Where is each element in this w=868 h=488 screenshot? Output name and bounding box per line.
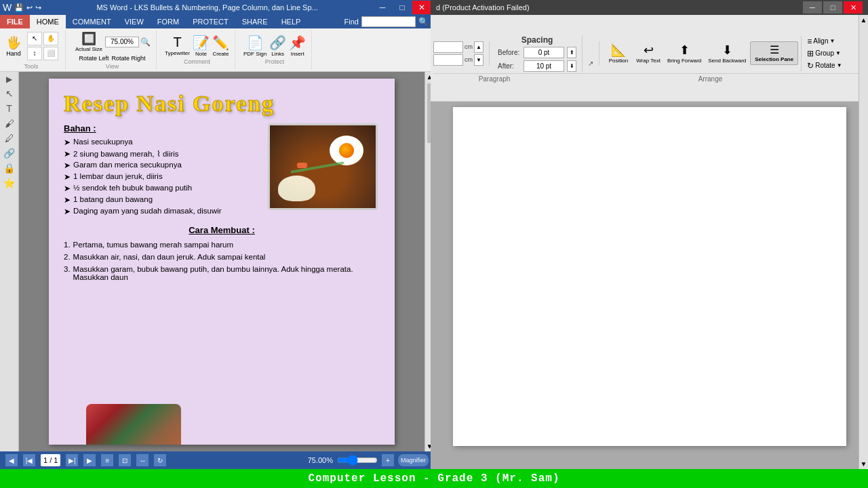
grab-btn[interactable]: ✋ [43,32,58,45]
sidebar-arrow-icon[interactable]: ▶ [6,75,12,84]
sidebar-text-icon[interactable]: T [6,103,12,114]
actual-size-button[interactable]: 🔲 Actual Size [74,30,104,54]
undo-icon[interactable]: ↩ [26,3,33,12]
cm-label-2: cm [465,56,473,63]
ingredient-2: ➤ 2 siung bawang merah, ⌇ diiris [64,149,260,159]
zoom-input[interactable] [105,37,139,47]
sidebar-marker-icon[interactable]: 🖊 [5,133,14,144]
rotate-icon: ↻ [807,61,814,70]
zoom-in-button[interactable]: + [382,454,394,466]
pdf-minimize-button[interactable]: ─ [803,1,822,14]
paragraph-expander[interactable]: ↗ [585,40,596,67]
group-button[interactable]: ⊞ Group ▼ [804,48,844,59]
last-page-button[interactable]: ▶ [83,454,96,466]
pdf-sign-button[interactable]: 📄 PDF Sign [243,35,267,57]
pdf-maximize-button[interactable]: □ [823,1,842,14]
pdf-window-controls[interactable]: ─ □ ✕ [803,1,863,14]
sidebar-lock-icon[interactable]: 🔒 [3,163,15,174]
after-input[interactable] [524,60,564,72]
rotate-button[interactable]: ↻ Rotate ▼ [804,60,844,71]
pdf-panel: d (Product Activation Failed) ─ □ ✕ cm ▲… [431,0,868,469]
height-input[interactable] [433,54,463,66]
ingredient-3: ➤ Garam dan merica secukupnya [64,161,260,170]
save-icon[interactable]: 💾 [14,3,24,12]
zoom-slider[interactable] [337,456,378,464]
arrow-3: ➤ [64,161,71,170]
bring-forward-button[interactable]: ⬆ Bring Forward [665,41,704,65]
ribbon-tabs[interactable]: FILE HOME COMMENT VIEW FORM PROTECT SHAR… [0,15,434,28]
protect-label: Protect [265,58,285,65]
tools-label: Tools [24,63,38,70]
tab-share[interactable]: SHARE [235,15,275,28]
tool3-btn[interactable]: ⬜ [43,47,58,60]
height-down-button[interactable]: ▼ [474,54,484,66]
before-spin-button[interactable]: ⬆ [567,47,576,58]
note-button[interactable]: 📝 Note [193,35,210,57]
insert-button[interactable]: 📌 Insert [289,35,306,57]
fit-page-button[interactable]: ⊡ [119,454,131,466]
width-input[interactable] [433,41,463,53]
quick-access-toolbar[interactable]: W 💾 ↩ ↪ [3,2,41,13]
rotate-right-button[interactable]: Rotate Right [112,55,146,62]
rotate-view-button[interactable]: ↻ [154,454,166,466]
links-button[interactable]: 🔗 Links [269,35,286,57]
sidebar-paint-icon[interactable]: 🖌 [5,118,14,129]
create-button[interactable]: ✏️ Create [212,35,229,57]
align-button[interactable]: ≡ Align ▼ [804,36,844,47]
find-search-icon[interactable]: 🔍 [418,17,429,26]
sidebar-cursor-icon[interactable]: ↖ [5,88,14,99]
before-input[interactable] [524,47,564,58]
cursor-btn[interactable]: ↕ [27,47,42,60]
redo-icon[interactable]: ↪ [35,3,41,12]
next-page-button[interactable]: ▶| [66,454,78,466]
page-container: Resep Nasi Goreng Bahan : ➤ Nasi secukup… [19,72,425,451]
expander-icon[interactable]: ↗ [588,60,593,67]
send-backward-button[interactable]: ⬇ Send Backward [705,41,749,65]
rotate-left-button[interactable]: Rotate Left [79,55,108,62]
selection-pane-button[interactable]: ☰ Selection Pane [750,41,798,65]
pdf-right-scrollbar[interactable]: ▲ ▼ [859,15,868,469]
select-btn[interactable]: ↖ [27,32,42,45]
minimize-button[interactable]: ─ [373,1,392,14]
zoom-plus-button[interactable]: 🔍 [140,37,151,47]
pdf-scroll-up-arrow[interactable]: ▲ [859,15,868,25]
protect-section: 📄 PDF Sign 🔗 Links 📌 Insert Protect [238,30,312,70]
bring-forward-icon: ⬆ [679,43,690,58]
tab-view[interactable]: VIEW [118,15,151,28]
tab-file[interactable]: FILE [0,15,30,28]
tab-help[interactable]: HELP [275,15,308,28]
find-bar[interactable]: Find 🔍 [339,15,434,28]
actual-size-icon: 🔲 [81,31,96,46]
tab-home[interactable]: HOME [30,15,66,28]
magnifier-button[interactable]: Magnifier [398,454,429,466]
typewriter-button[interactable]: T Typewriter [165,35,190,57]
pdf-scroll-down-arrow[interactable]: ▼ [859,459,868,469]
tab-form[interactable]: FORM [151,15,186,28]
sidebar-link-icon[interactable]: 🔗 [3,148,15,159]
continuous-view-button[interactable]: ≡ [101,454,113,466]
food-background [270,125,376,208]
width-row: cm ▲ [433,41,484,53]
bahan-label: Bahan : [64,123,260,134]
maximize-button[interactable]: □ [393,1,412,14]
fit-width-button[interactable]: ↔ [136,454,149,466]
position-button[interactable]: 📐 Position [605,41,632,65]
wrap-text-button[interactable]: ↩ Wrap Text [633,41,663,65]
window-controls[interactable]: ─ □ ✕ [373,1,431,14]
first-page-button[interactable]: |◀ [23,454,35,466]
selection-pane-icon: ☰ [770,43,779,56]
hand-tool-button[interactable]: 🖐 Hand [3,34,24,58]
zoom-percent: 75.00% [308,456,333,464]
prev-page-button[interactable]: ◀ [5,454,18,466]
close-button[interactable]: ✕ [412,1,431,14]
protect-row: 📄 PDF Sign 🔗 Links 📌 Insert [243,35,306,57]
sidebar-star-icon[interactable]: ⭐ [3,178,15,188]
pdf-close-button[interactable]: ✕ [844,1,863,14]
tab-comment[interactable]: COMMENT [66,15,118,28]
selection-tools: ↖ ✋ ↕ ⬜ [26,30,60,62]
width-up-button[interactable]: ▲ [474,41,484,53]
find-input[interactable] [361,16,416,27]
align-dropdown-icon: ▼ [829,38,835,44]
after-spin-button[interactable]: ⬇ [567,60,576,72]
tab-protect[interactable]: PROTECT [186,15,235,28]
